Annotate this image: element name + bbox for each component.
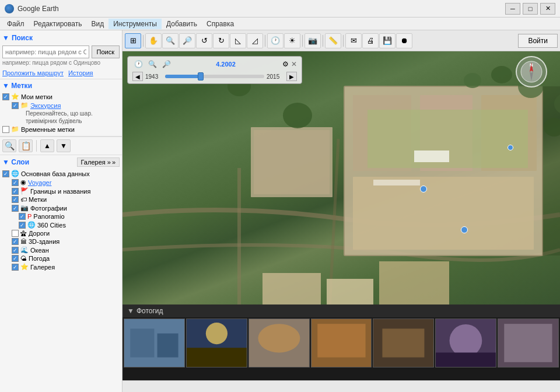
menu-help[interactable]: Справка bbox=[202, 19, 239, 29]
cb-360cities[interactable]: ✓ bbox=[19, 222, 26, 229]
marks-header[interactable]: ▼ Метки bbox=[2, 82, 120, 90]
layer-main-db[interactable]: ✓ 🌐 Основная база данных bbox=[2, 169, 120, 178]
menu-add[interactable]: Добавить bbox=[162, 19, 202, 29]
tb-view-btn[interactable]: ⊞ bbox=[125, 33, 141, 48]
tb-hand-btn[interactable]: ✋ bbox=[145, 33, 162, 48]
tb-clock-btn[interactable]: 🕐 bbox=[267, 33, 284, 48]
tree-item-tempmarks[interactable]: 📁 Временные метки bbox=[2, 125, 120, 134]
layer-ocean[interactable]: ✓ 🌊 Океан bbox=[2, 246, 120, 254]
ts-close-button[interactable]: ✕ bbox=[291, 60, 297, 68]
nav-layers-btn[interactable]: 📋 bbox=[19, 139, 33, 152]
layer-voyager[interactable]: ✓ ◉ Voyager bbox=[2, 178, 120, 187]
compass-circle[interactable]: N bbox=[516, 56, 547, 88]
search-input[interactable] bbox=[2, 46, 89, 58]
excursion-label[interactable]: Экскурсия bbox=[30, 102, 61, 109]
photo-item-2[interactable]: Лацио bbox=[249, 318, 310, 368]
layer-labels[interactable]: ✓ 🏷 Метки bbox=[2, 195, 120, 204]
tb-record-btn[interactable]: ⏺ bbox=[396, 33, 412, 48]
tb-save-btn[interactable]: 💾 bbox=[379, 33, 396, 48]
layer-roads[interactable]: 🛣 Дороги bbox=[2, 229, 120, 237]
photo-strip-title: Фотогид bbox=[136, 307, 163, 315]
ts-settings-icon[interactable]: ⚙ bbox=[279, 59, 291, 69]
menu-file[interactable]: Файл bbox=[2, 19, 29, 29]
tb-email-btn[interactable]: ✉ bbox=[345, 33, 362, 48]
ts-next-btn[interactable]: ▶ bbox=[286, 72, 297, 81]
time-track[interactable] bbox=[165, 75, 264, 78]
ts-prev-btn[interactable]: ◀ bbox=[132, 72, 143, 81]
layer-360cities[interactable]: ✓ 🌐 360 Cities bbox=[2, 220, 120, 229]
cb-voyager[interactable]: ✓ bbox=[12, 179, 19, 186]
tb-zoomout-btn[interactable]: 🔎 bbox=[179, 33, 195, 48]
cb-borders[interactable]: ✓ bbox=[12, 188, 19, 195]
nav-search-btn[interactable]: 🔍 bbox=[2, 139, 16, 152]
layer-voyager-label[interactable]: Voyager bbox=[28, 179, 51, 186]
search-header[interactable]: ▼ Поиск bbox=[2, 33, 120, 43]
cb-3d[interactable]: ✓ bbox=[12, 238, 19, 245]
tb-rotate-right-btn[interactable]: ↻ bbox=[213, 33, 229, 48]
layer-gallery[interactable]: ✓ ⭐ Галерея bbox=[2, 262, 120, 271]
ts-zoom-minus-icon[interactable]: 🔍 bbox=[146, 59, 158, 69]
photo-item-5[interactable]: Умбрия bbox=[435, 318, 496, 368]
layer-weather[interactable]: ✓ 🌤 Погода bbox=[2, 254, 120, 262]
nav-toolbar: 🔍 📋 ▲ ▼ bbox=[0, 136, 122, 155]
gallery-button[interactable]: Галерея » » bbox=[77, 158, 120, 167]
checkbox-mymarks[interactable]: ✓ bbox=[2, 93, 9, 100]
tb-print-btn[interactable]: 🖨 bbox=[362, 33, 379, 48]
compass[interactable]: N bbox=[516, 56, 551, 91]
checkbox-excursion[interactable]: ✓ bbox=[12, 102, 19, 109]
maximize-button[interactable]: □ bbox=[523, 3, 538, 15]
photo-item-0[interactable]: HOTEL PRINCIPE A... bbox=[124, 318, 185, 368]
tb-sun-btn[interactable]: ☀ bbox=[284, 33, 300, 48]
login-button[interactable]: Войти bbox=[518, 34, 558, 48]
tb-tilt-btn[interactable]: ◺ bbox=[230, 33, 246, 48]
photo-item-4[interactable]: Абруццо bbox=[373, 318, 434, 368]
history-link[interactable]: История bbox=[68, 69, 93, 76]
tb-zoomin-btn[interactable]: 🔍 bbox=[162, 33, 178, 48]
menu-view[interactable]: Вид bbox=[86, 19, 108, 29]
tb-tilt2-btn[interactable]: ◿ bbox=[247, 33, 263, 48]
close-button[interactable]: ✕ bbox=[540, 3, 555, 15]
checkbox-tempmarks[interactable] bbox=[2, 126, 9, 133]
menu-tools[interactable]: Инструменты bbox=[108, 19, 162, 29]
layer-panoramio[interactable]: ✓ P Panoramio bbox=[2, 212, 120, 220]
nav-down-btn[interactable]: ▼ bbox=[57, 139, 71, 152]
layer-borders[interactable]: ✓ 🚩 Границы и названия bbox=[2, 187, 120, 195]
cb-gallery[interactable]: ✓ bbox=[12, 264, 19, 271]
photo-label-3: Тоскана bbox=[312, 367, 372, 368]
map-pin-1[interactable] bbox=[420, 186, 427, 192]
cb-weather[interactable]: ✓ bbox=[12, 255, 19, 262]
cb-photos[interactable]: ✓ bbox=[12, 205, 19, 212]
photo-item-6[interactable]: San Ferdi... bbox=[498, 318, 559, 368]
map-area[interactable]: 🕐 🔍 🔎 4.2002 ⚙ ✕ ◀ 1943 bbox=[123, 51, 560, 304]
roads-icon: 🛣 bbox=[20, 230, 27, 237]
photo-item-1[interactable]: Италия bbox=[186, 318, 247, 368]
ts-zoom-plus-icon[interactable]: 🔎 bbox=[160, 59, 172, 69]
tb-photo-btn[interactable]: 📷 bbox=[304, 33, 321, 48]
search-button[interactable]: Поиск bbox=[92, 46, 120, 58]
nav-up-btn[interactable]: ▲ bbox=[40, 139, 54, 152]
cb-panoramio[interactable]: ✓ bbox=[19, 213, 26, 220]
tb-ruler-btn[interactable]: 📏 bbox=[325, 33, 341, 48]
svg-point-15 bbox=[491, 66, 512, 83]
layer-photos[interactable]: ✓ 📷 Фотографии bbox=[2, 204, 120, 212]
cb-labels[interactable]: ✓ bbox=[12, 196, 19, 203]
tb-rotate-left-btn[interactable]: ↺ bbox=[196, 33, 212, 48]
tree-item-excursion[interactable]: ✓ 📁 Экскурсия bbox=[2, 101, 120, 110]
cb-main-db[interactable]: ✓ bbox=[2, 170, 9, 177]
time-thumb[interactable] bbox=[198, 72, 204, 80]
cb-roads[interactable] bbox=[12, 230, 19, 237]
minimize-button[interactable]: ─ bbox=[505, 3, 520, 15]
photo-label-2: Лацио bbox=[249, 367, 309, 368]
map-pin-2[interactable] bbox=[461, 226, 468, 233]
route-link[interactable]: Проложить маршрут bbox=[2, 69, 64, 76]
ts-clock-icon[interactable]: 🕐 bbox=[132, 59, 144, 69]
layer-3d[interactable]: ✓ 🏛 3D-здания bbox=[2, 237, 120, 246]
photo-item-3[interactable]: Тоскана bbox=[311, 318, 372, 368]
cb-ocean[interactable]: ✓ bbox=[12, 247, 19, 254]
tree-item-mymarks[interactable]: ✓ ⭐ Мои метки bbox=[2, 92, 120, 101]
photo-label-5: Умбрия bbox=[436, 367, 496, 368]
layers-title[interactable]: ▼ Слои bbox=[2, 158, 29, 166]
menu-edit[interactable]: Редактировать bbox=[29, 19, 87, 29]
app-icon bbox=[5, 4, 14, 13]
map-pin-3[interactable] bbox=[508, 145, 513, 150]
